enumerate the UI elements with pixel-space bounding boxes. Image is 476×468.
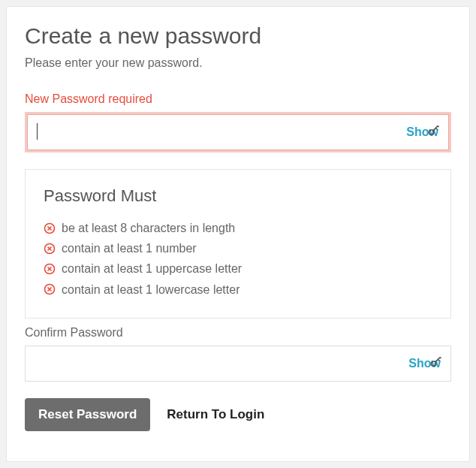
- rule-text: contain at least 1 number: [62, 238, 197, 258]
- reset-password-button[interactable]: Reset Password: [25, 398, 150, 431]
- x-circle-icon: [44, 263, 56, 275]
- page-title: Create a new password: [25, 23, 451, 49]
- x-circle-icon: [44, 222, 56, 234]
- x-circle-icon: [44, 243, 56, 255]
- actions-row: Reset Password Return To Login: [25, 398, 451, 431]
- confirm-password-wrap: Show: [25, 346, 451, 382]
- rule-item: be at least 8 characters in length: [44, 218, 432, 238]
- rule-item: contain at least 1 number: [44, 238, 432, 258]
- rule-text: be at least 8 characters in length: [62, 218, 235, 238]
- rule-text: contain at least 1 uppercase letter: [62, 258, 242, 279]
- new-password-wrap: Show: [25, 112, 451, 152]
- password-rules-box: Password Must be at least 8 characters i…: [25, 169, 451, 319]
- rule-item: contain at least 1 lowercase letter: [44, 279, 432, 300]
- show-new-password-button[interactable]: Show: [403, 122, 441, 142]
- password-reset-card: Create a new password Please enter your …: [6, 6, 470, 462]
- rule-item: contain at least 1 uppercase letter: [44, 258, 432, 279]
- return-to-login-button[interactable]: Return To Login: [167, 407, 264, 422]
- confirm-password-label: Confirm Password: [25, 326, 451, 340]
- text-cursor: [37, 123, 38, 140]
- new-password-input[interactable]: [27, 114, 449, 150]
- rule-text: contain at least 1 lowercase letter: [62, 279, 240, 300]
- confirm-password-input[interactable]: [25, 346, 451, 382]
- show-confirm-password-button[interactable]: Show: [405, 354, 444, 373]
- x-circle-icon: [44, 283, 56, 295]
- rules-title: Password Must: [44, 186, 432, 206]
- new-password-label: New Password required: [25, 92, 451, 106]
- page-subtitle: Please enter your new password.: [25, 56, 451, 70]
